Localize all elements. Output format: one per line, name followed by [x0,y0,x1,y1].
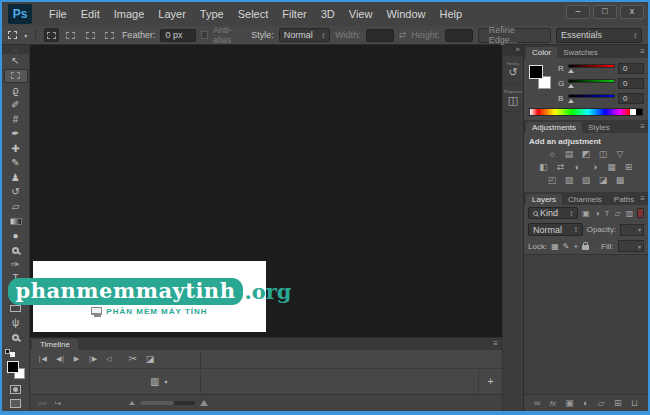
menu-3d[interactable]: 3D [314,2,342,26]
tool-healing-brush[interactable]: ✚ [4,141,28,156]
channel-mixer-icon[interactable]: ▦ [606,162,617,172]
tab-timeline[interactable]: Timeline [32,339,78,350]
expand-panels-icon[interactable]: » [503,45,523,56]
color-panel-swatches[interactable] [529,65,553,89]
tool-zoom[interactable] [4,330,28,345]
split-clip-icon[interactable]: ✂ [128,353,136,364]
filter-adjustment-layers-icon[interactable]: ◑ [595,209,600,218]
gradient-map-icon[interactable]: ◪ [598,175,609,185]
tool-preset-icon[interactable] [8,31,17,39]
filter-pixel-layers-icon[interactable]: ▣ [582,209,590,218]
intersect-selection-button[interactable] [102,28,116,42]
adjustments-panel-menu-icon[interactable]: ≡ [640,122,645,131]
link-dimensions-icon[interactable]: ⇄ [399,30,407,40]
tool-gradient[interactable] [4,214,28,229]
play-button[interactable]: ▶ [74,355,79,363]
add-to-selection-button[interactable] [64,28,78,42]
red-value[interactable]: 0 [618,63,644,74]
render-export-icon[interactable]: ↪ [55,399,62,408]
posterize-icon[interactable]: ▨ [564,175,575,185]
blue-value[interactable]: 0 [618,93,644,104]
new-adjustment-layer-icon[interactable]: ◐ [583,398,588,408]
tool-quick-selection[interactable]: ✐ [4,98,28,113]
brightness-contrast-icon[interactable]: ☼ [547,149,558,159]
fill-field[interactable]: ▾ [618,240,644,252]
filter-type-layers-icon[interactable]: T [605,209,610,218]
filter-smart-objects-icon[interactable]: ▥ [626,209,634,218]
menu-file[interactable]: File [42,2,74,26]
minimize-button[interactable]: – [566,5,590,19]
menu-filter[interactable]: Filter [275,2,313,26]
curves-icon[interactable]: ◩ [581,149,592,159]
blue-slider[interactable] [568,94,615,98]
tool-preset-caret-icon[interactable]: ▾ [24,32,27,39]
menu-edit[interactable]: Edit [74,2,107,26]
previous-frame-button[interactable]: ◀∣ [56,355,65,363]
tool-blur[interactable]: ● [4,228,28,243]
tool-brush[interactable]: ✎ [4,156,28,171]
video-track-chip[interactable]: ▥ ▾ [150,376,167,387]
anti-alias-checkbox[interactable] [201,31,208,39]
tool-hand[interactable]: ψ [4,316,28,331]
maximize-button[interactable]: □ [593,5,617,19]
red-slider-thumb[interactable] [568,69,574,73]
new-layer-icon[interactable]: ⊞ [614,398,622,408]
tab-color[interactable]: Color [526,47,557,58]
tab-adjustments[interactable]: Adjustments [526,122,582,133]
tool-eyedropper[interactable]: ✒ [4,127,28,142]
audio-mute-button[interactable]: ◁ [106,355,111,363]
menu-layer[interactable]: Layer [151,2,193,26]
screen-mode-button[interactable] [4,396,28,411]
tool-clone-stamp[interactable]: ♟ [4,170,28,185]
foreground-color-swatch[interactable] [529,65,543,79]
layer-list[interactable] [524,254,648,395]
timeline-track-area[interactable]: ▥ ▾ + [30,369,502,395]
tool-eraser[interactable]: ▱ [4,199,28,214]
color-spectrum-ramp[interactable] [529,108,643,116]
tab-swatches[interactable]: Swatches [557,47,604,58]
add-layer-mask-icon[interactable]: ▣ [565,398,574,408]
timeline-panel-menu-icon[interactable]: ≡ [493,339,498,348]
convert-frames-icon[interactable]: ▫▫▫ [38,399,47,408]
next-frame-button[interactable]: ∣▶ [88,355,97,363]
workspace-dropdown[interactable]: Essentials ↕ [556,28,642,43]
foreground-background-swatches[interactable] [6,361,26,379]
lock-transparency-icon[interactable]: ▦ [551,242,559,251]
layer-style-icon[interactable]: fx [550,399,556,408]
add-media-button[interactable]: + [478,369,502,395]
green-slider-thumb[interactable] [568,84,574,88]
new-group-icon[interactable]: ▱ [598,398,605,408]
feather-input[interactable]: 0 px [160,29,195,42]
invert-icon[interactable]: ◰ [547,175,558,185]
color-balance-icon[interactable]: ⇄ [555,162,566,172]
history-panel-button[interactable]: History ↺ [503,56,523,84]
green-value[interactable]: 0 [618,78,644,89]
delete-layer-icon[interactable]: ⊔ [631,398,638,408]
green-slider[interactable] [568,79,615,83]
black-white-icon[interactable]: ◐ [572,162,583,172]
height-input[interactable] [445,29,473,42]
zoom-out-icon[interactable] [129,401,135,405]
default-colors-button[interactable] [5,349,15,357]
vibrance-icon[interactable]: ▽ [615,149,626,159]
tool-rectangular-marquee[interactable] [4,69,28,84]
tab-paths[interactable]: Paths [608,194,640,205]
lock-all-icon[interactable] [582,245,589,250]
canvas-workspace[interactable]: phanmemmaytinh .org PHẦN MỀM MÁY TÍNH [30,45,502,337]
lock-image-icon[interactable]: ✎ [563,242,570,251]
tool-pen[interactable]: ✑ [4,257,28,272]
opacity-field[interactable]: ▾ [620,224,644,236]
tab-channels[interactable]: Channels [562,194,608,205]
zoom-in-icon[interactable] [200,400,208,406]
threshold-icon[interactable]: ▧ [581,175,592,185]
color-lookup-icon[interactable]: ⊞ [623,162,634,172]
menu-type[interactable]: Type [193,2,231,26]
menu-help[interactable]: Help [433,2,470,26]
lock-position-icon[interactable]: + [573,242,578,251]
tab-layers[interactable]: Layers [526,194,562,205]
first-frame-button[interactable]: ∣◀ [38,355,47,363]
menu-window[interactable]: Window [379,2,432,26]
menu-select[interactable]: Select [231,2,276,26]
menu-image[interactable]: Image [107,2,152,26]
new-selection-button[interactable] [44,28,59,42]
